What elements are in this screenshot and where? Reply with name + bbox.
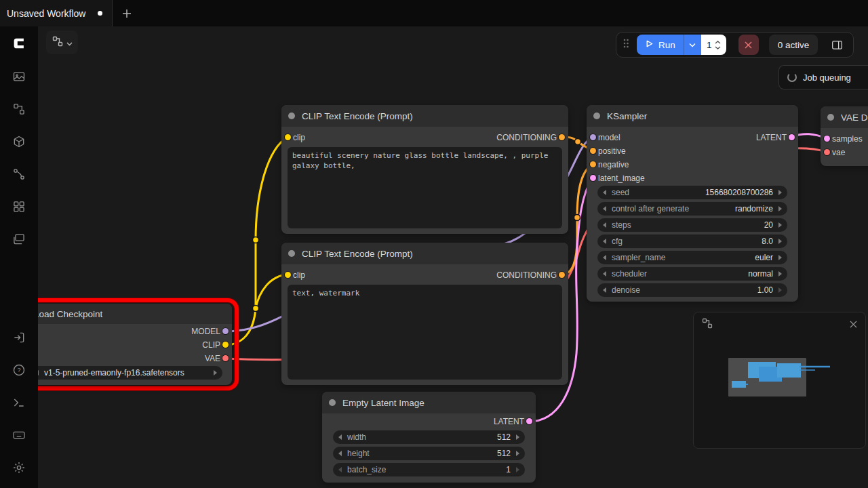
collapse-dot-icon[interactable]	[593, 113, 600, 119]
node-header[interactable]: KSampler	[587, 105, 798, 127]
decrement-icon[interactable]	[603, 239, 606, 244]
widget-batch-size[interactable]: batch_size 1	[333, 463, 525, 476]
sidebar-item-terminal[interactable]	[0, 386, 38, 419]
node-vae-decode[interactable]: VAE Decode samples vae	[821, 106, 868, 166]
decrement-icon[interactable]	[338, 451, 342, 456]
sidebar-item-logout[interactable]	[0, 321, 38, 354]
node-header[interactable]: VAE Decode	[821, 106, 868, 128]
input-slot-samples[interactable]	[824, 136, 830, 142]
prev-option-icon[interactable]	[603, 271, 606, 277]
unsaved-indicator-dot[interactable]	[98, 11, 102, 16]
sidebar-item-templates[interactable]	[0, 190, 38, 223]
tab-unsaved-workflow[interactable]: Unsaved Workflow	[0, 0, 113, 26]
next-option-icon[interactable]	[778, 206, 782, 211]
sidebar-item-settings[interactable]	[0, 451, 38, 484]
widget-steps[interactable]: steps 20	[597, 218, 787, 232]
output-slot-clip[interactable]	[222, 342, 229, 348]
node-header[interactable]: Empty Latent Image	[322, 392, 536, 413]
output-slot-model[interactable]	[222, 328, 229, 334]
minimap-viewport[interactable]	[694, 337, 865, 448]
widget-ckpt-name[interactable]: v1-5-pruned-emaonly-fp16.safetensors	[30, 366, 222, 380]
cancel-run-button[interactable]	[738, 35, 759, 55]
collapse-dot-icon[interactable]	[329, 399, 336, 406]
output-slot-latent[interactable]	[526, 418, 532, 424]
batch-count-stepper[interactable]: 1	[701, 35, 726, 55]
sidebar-item-keyboard[interactable]	[0, 419, 38, 451]
stepper-arrows[interactable]	[715, 41, 721, 49]
node-ksampler[interactable]: KSampler model LATENT positive negative …	[587, 105, 798, 302]
chevron-down-icon	[66, 37, 73, 49]
widget-height[interactable]: height 512	[333, 447, 525, 460]
node-header[interactable]: Load Checkpoint	[14, 304, 232, 324]
node-clip-text-encode-positive[interactable]: CLIP Text Encode (Prompt) clip CONDITION…	[281, 105, 568, 234]
decrement-icon[interactable]	[603, 190, 606, 195]
minimap-close-button[interactable]	[850, 319, 857, 331]
input-slot-latent-image[interactable]	[590, 175, 596, 181]
next-option-icon[interactable]	[778, 255, 782, 260]
input-slot-vae[interactable]	[824, 149, 830, 155]
reroute-dot[interactable]	[253, 306, 259, 312]
reroute-dot[interactable]	[574, 215, 580, 221]
reroute-dot[interactable]	[575, 139, 581, 145]
drag-handle-icon[interactable]	[623, 38, 629, 52]
output-slot-vae[interactable]	[222, 355, 229, 361]
toggle-panel-button[interactable]	[827, 35, 847, 55]
run-button[interactable]: Run	[637, 35, 684, 55]
increment-icon[interactable]	[778, 239, 782, 244]
sidebar-item-layers[interactable]	[0, 223, 38, 256]
input-slot-clip[interactable]	[285, 272, 291, 278]
increment-icon[interactable]	[778, 190, 782, 195]
input-slot-model[interactable]	[590, 134, 596, 140]
output-label-model: MODEL	[191, 327, 220, 336]
comfyui-logo[interactable]	[0, 26, 38, 60]
sidebar-item-help[interactable]: ?	[0, 354, 38, 386]
widget-denoise[interactable]: denoise 1.00	[597, 283, 787, 297]
node-empty-latent-image[interactable]: Empty Latent Image LATENT width 512 heig…	[322, 392, 536, 483]
widget-scheduler[interactable]: scheduler normal	[597, 267, 787, 281]
collapse-dot-icon[interactable]	[288, 113, 295, 119]
decrement-icon[interactable]	[338, 467, 342, 472]
node-load-checkpoint[interactable]: Load Checkpoint MODEL CLIP VAE v1-5-prun…	[14, 304, 232, 385]
new-workflow-button[interactable]	[113, 0, 141, 26]
increment-icon[interactable]	[778, 287, 782, 293]
input-slot-positive[interactable]	[590, 148, 596, 154]
prev-option-icon[interactable]	[603, 206, 606, 211]
sidebar-item-workflows[interactable]	[0, 158, 38, 190]
output-slot-conditioning[interactable]	[559, 272, 565, 278]
help-icon: ?	[12, 363, 26, 377]
collapse-dot-icon[interactable]	[827, 114, 834, 121]
widget-seed[interactable]: seed 156680208700286	[597, 186, 787, 199]
input-slot-clip[interactable]	[285, 134, 291, 140]
decrement-icon[interactable]	[603, 287, 606, 293]
collapse-dot-icon[interactable]	[288, 250, 295, 257]
next-option-icon[interactable]	[778, 271, 782, 277]
output-slot-conditioning[interactable]	[559, 134, 565, 140]
node-header[interactable]: CLIP Text Encode (Prompt)	[281, 243, 568, 264]
widget-control-after-generate[interactable]: control after generate randomize	[597, 202, 787, 216]
decrement-icon[interactable]	[603, 222, 606, 228]
prev-option-icon[interactable]	[603, 255, 606, 260]
output-slot-latent[interactable]	[789, 134, 795, 140]
widget-cfg[interactable]: cfg 8.0	[597, 235, 787, 248]
run-options-dropdown[interactable]	[684, 35, 701, 55]
sidebar-item-model-library[interactable]	[0, 125, 38, 158]
sidebar-item-node-library[interactable]	[0, 93, 38, 125]
increment-icon[interactable]	[516, 451, 519, 456]
workflow-selector-button[interactable]	[46, 30, 78, 54]
decrement-icon[interactable]	[338, 434, 342, 440]
prompt-textarea[interactable]: text, watermark	[288, 285, 562, 380]
active-jobs-badge[interactable]: 0 active	[769, 35, 818, 55]
increment-icon[interactable]	[778, 222, 782, 228]
node-clip-text-encode-negative[interactable]: CLIP Text Encode (Prompt) clip CONDITION…	[281, 243, 568, 385]
next-option-icon[interactable]	[214, 370, 217, 375]
node-header[interactable]: CLIP Text Encode (Prompt)	[281, 105, 568, 127]
increment-icon[interactable]	[516, 467, 519, 472]
reroute-dot[interactable]	[253, 237, 259, 243]
sidebar-item-queue[interactable]	[0, 60, 38, 93]
widget-width[interactable]: width 512	[333, 430, 525, 444]
widget-label: control after generate	[612, 204, 689, 214]
increment-icon[interactable]	[516, 434, 519, 440]
prompt-textarea[interactable]: beautiful scenery nature glass bottle la…	[288, 147, 562, 228]
input-slot-negative[interactable]	[590, 161, 596, 167]
widget-sampler-name[interactable]: sampler_name euler	[597, 251, 787, 264]
